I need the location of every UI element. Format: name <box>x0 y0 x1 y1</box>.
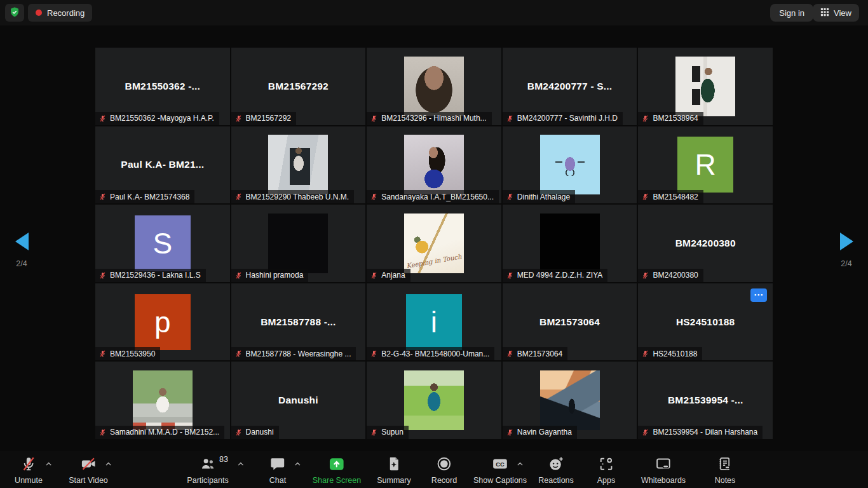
toolbar-chat-button[interactable]: Chat <box>269 456 286 485</box>
page-indicator: 2/4 <box>8 259 36 268</box>
participant-name-label: B2-G-43- BM21548000-Uman... <box>367 347 494 360</box>
participant-tile[interactable]: BM21550362 -...BM21550362 -Mayogya H.A.P… <box>95 48 230 125</box>
participant-tile[interactable]: BM24200380BM24200380 <box>638 205 773 282</box>
chevron-up-icon[interactable] <box>236 459 245 468</box>
muted-mic-icon <box>234 193 243 201</box>
participant-name-label: Paul K.A- BM21574368 <box>95 190 194 203</box>
toolbar-label: Unmute <box>15 476 43 485</box>
muted-mic-icon <box>506 349 514 358</box>
toolbar-label: Share Screen <box>313 476 361 485</box>
participant-tile[interactable]: iB2-G-43- BM21548000-Uman... <box>367 283 501 361</box>
participant-display-name: BM24200380 <box>638 238 773 249</box>
participant-photo-keeping: Keeping in Touch <box>404 214 464 273</box>
participant-tile[interactable]: BM21543296 - Himashi Muth... <box>367 48 501 125</box>
toolbar-start-video-button[interactable]: Start Video <box>69 456 108 485</box>
participant-display-name: BM24200777 - S... <box>503 81 637 92</box>
participant-name: BM21539954 - Dilan Harshana <box>653 428 757 437</box>
participant-name: BM24200380 <box>653 271 698 280</box>
toolbar-label: Reactions <box>538 476 574 485</box>
toolbar-whiteboards-button[interactable]: Whiteboards <box>641 456 686 485</box>
participant-tile[interactable]: Navin Gayantha <box>503 362 637 439</box>
participant-name: Danushi <box>246 428 274 437</box>
participant-photo-blacksq <box>540 214 600 273</box>
previous-page-arrow-icon[interactable] <box>15 233 29 250</box>
toolbar-reactions-button[interactable]: Reactions <box>538 456 574 485</box>
participant-tile[interactable]: Keeping in TouchAnjana <box>367 205 501 282</box>
toolbar-show-captions-button[interactable]: CCShow Captions <box>473 456 527 485</box>
participant-tile[interactable]: BM21587788 -...BM21587788 - Weerasinghe … <box>231 283 366 361</box>
participant-tile[interactable]: BM24200777 - S...BM24200777 - Savinthi J… <box>503 48 637 125</box>
chevron-up-icon[interactable] <box>44 459 53 468</box>
share-icon <box>329 456 345 472</box>
participant-tile[interactable]: Supun <box>367 362 501 439</box>
toolbar-label: Participants <box>187 476 228 485</box>
recording-dot-icon <box>36 10 42 16</box>
participant-tile[interactable]: BM21567292BM21567292 <box>231 48 366 125</box>
participant-tile[interactable]: BM21529290 Thabeeb U.N.M. <box>231 126 366 204</box>
svg-text:CC: CC <box>496 461 505 468</box>
sign-in-button[interactable]: Sign in <box>770 4 813 22</box>
participant-name: Paul K.A- BM21574368 <box>110 193 189 201</box>
muted-mic-icon <box>234 349 243 358</box>
participant-tile[interactable]: Dinithi Athalage <box>503 126 637 204</box>
next-page-arrow-icon[interactable] <box>840 233 853 250</box>
participant-name: Dinithi Athalage <box>517 193 570 201</box>
participant-tile[interactable]: DanushiDanushi <box>231 362 366 439</box>
toolbar-notes-button[interactable]: Notes <box>715 456 736 485</box>
participant-tile[interactable]: MED 4994 Z.D.Z.H. ZIYA <box>503 205 637 282</box>
grid-view-icon <box>820 8 829 18</box>
record-icon <box>436 456 452 472</box>
cc-icon: CC <box>492 456 508 472</box>
toolbar-apps-button[interactable]: Apps <box>597 456 616 485</box>
participants-count: 83 <box>219 455 228 464</box>
participant-tile[interactable]: RBM21548482 <box>638 126 773 204</box>
chat-icon <box>269 456 286 472</box>
participant-name-label: Hashini pramoda <box>231 269 309 282</box>
participant-photo-darkvid <box>268 214 328 273</box>
toolbar-unmute-button[interactable]: Unmute <box>15 456 43 485</box>
participant-tile[interactable]: Samadhini M.M.A.D - BM2152... <box>95 362 230 439</box>
recording-label: Recording <box>47 8 85 18</box>
participant-photo-greensuit <box>675 57 735 116</box>
muted-mic-icon <box>98 271 107 280</box>
toolbar-summary-button[interactable]: Summary <box>377 456 410 485</box>
view-label: View <box>834 8 851 18</box>
participant-tile[interactable]: BM21539954 -...BM21539954 - Dilan Harsha… <box>638 362 773 439</box>
chevron-up-icon[interactable] <box>516 459 524 468</box>
toolbar-participants-button[interactable]: 83Participants <box>187 456 228 485</box>
more-options-button[interactable]: ⋯ <box>750 288 767 302</box>
muted-mic-icon <box>370 428 378 437</box>
participant-photo-bluewoman <box>404 135 464 194</box>
whiteboard-icon <box>655 456 672 472</box>
muted-mic-icon <box>506 428 514 437</box>
muted-mic-icon <box>506 114 514 123</box>
chevron-up-icon[interactable] <box>104 459 112 468</box>
participant-tile[interactable]: BM21538964 <box>638 48 773 125</box>
participant-name: BM21529436 - Lakna I.L.S <box>110 271 201 280</box>
participant-tile[interactable]: pBM21553950 <box>95 283 230 361</box>
participant-tile[interactable]: BM21573064BM21573064 <box>503 283 637 361</box>
participant-name: MED 4994 Z.D.Z.H. ZIYA <box>517 271 602 280</box>
participant-name: Samadhini M.M.A.D - BM2152... <box>110 428 219 437</box>
participant-tile[interactable]: SBM21529436 - Lakna I.L.S <box>95 205 230 282</box>
participant-photo-car <box>268 135 328 194</box>
letter-avatar: p <box>135 294 191 350</box>
toolbar-record-button[interactable]: Record <box>431 456 457 485</box>
participant-tile[interactable]: Hashini pramoda <box>231 205 366 282</box>
participant-name-label: BM21529290 Thabeeb U.N.M. <box>231 190 355 203</box>
participant-display-name: BM21539954 -... <box>638 395 773 406</box>
participant-name-label: Supun <box>367 426 409 439</box>
muted-mic-icon <box>641 428 649 437</box>
muted-mic-icon <box>98 428 107 437</box>
security-button[interactable] <box>5 4 24 22</box>
chevron-up-icon[interactable] <box>294 459 302 468</box>
participant-tile[interactable]: HS24510188⋯HS24510188 <box>638 283 773 361</box>
participant-tile[interactable]: Paul K.A- BM21...Paul K.A- BM21574368 <box>95 126 230 204</box>
recording-indicator[interactable]: Recording <box>28 4 92 22</box>
participant-tile[interactable]: Sandanayaka I.A.T_BM215650... <box>367 126 501 204</box>
toolbar-share-screen-button[interactable]: Share Screen <box>313 456 361 485</box>
toolbar-label: Summary <box>377 476 410 485</box>
participant-name: BM21573064 <box>517 349 562 358</box>
view-button[interactable]: View <box>813 4 859 22</box>
participant-name: BM21550362 -Mayogya H.A.P. <box>110 114 214 123</box>
